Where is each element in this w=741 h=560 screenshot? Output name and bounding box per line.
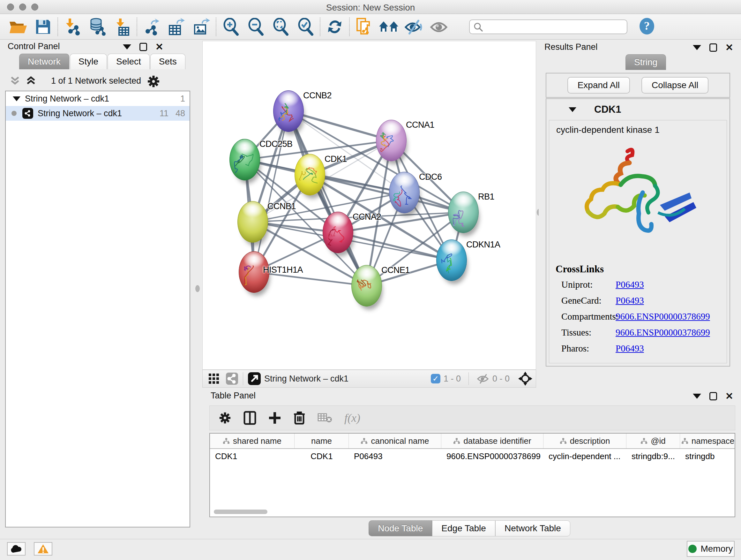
table-horizontal-scrollbar[interactable] xyxy=(212,509,733,515)
table-settings-gear-icon[interactable] xyxy=(219,412,231,424)
birdseye-icon[interactable] xyxy=(518,371,533,386)
crosslink-link[interactable]: P06493 xyxy=(616,279,644,290)
apply-layout-button[interactable] xyxy=(322,16,347,38)
table-cell[interactable]: P06493 xyxy=(349,449,441,463)
first-neighbors-button[interactable] xyxy=(377,16,401,38)
panel-menu-icon[interactable] xyxy=(693,394,701,399)
open-session-button[interactable] xyxy=(6,16,30,38)
export-table-button[interactable] xyxy=(164,16,189,38)
search-input[interactable] xyxy=(469,19,627,34)
grid-view-icon[interactable] xyxy=(208,373,220,385)
help-button[interactable]: ? xyxy=(638,17,656,36)
column-header-description[interactable]: description xyxy=(543,434,626,448)
memory-button[interactable]: Memory xyxy=(687,541,735,557)
node-RB1[interactable] xyxy=(448,192,479,233)
node-CCNB2[interactable] xyxy=(273,90,304,132)
table-cell[interactable]: CDK1 xyxy=(294,449,349,463)
crosslink-link[interactable]: 9606.ENSP00000378699 xyxy=(616,327,710,338)
crosslink-row: GeneCard:P06493 xyxy=(556,295,722,306)
node-CCNA1[interactable] xyxy=(376,120,407,161)
table-toolbar: f(x) xyxy=(209,406,735,430)
zoom-out-button[interactable] xyxy=(243,16,268,38)
node-CDKN1A[interactable] xyxy=(436,240,467,281)
column-type-icon xyxy=(681,438,688,444)
column-header--id[interactable]: @id xyxy=(626,434,680,448)
table-cell[interactable]: CDK1 xyxy=(210,449,294,463)
network-collection-row[interactable]: String Network – cdk1 1 xyxy=(6,91,190,106)
table-cell[interactable]: 9606.ENSP00000378699 xyxy=(441,449,543,463)
network-view-icon[interactable] xyxy=(226,372,239,385)
tab-select[interactable]: Select xyxy=(108,54,150,69)
tab-style[interactable]: Style xyxy=(70,54,107,69)
create-column-plus-icon[interactable] xyxy=(268,412,281,424)
delete-column-trash-icon[interactable] xyxy=(293,411,306,425)
node-CDC6[interactable] xyxy=(389,172,420,213)
export-network-button[interactable] xyxy=(139,16,164,38)
table-cell[interactable]: stringdb xyxy=(680,449,735,463)
edge-CCNB2-CCNA1[interactable] xyxy=(288,111,391,140)
node-CCNE1[interactable] xyxy=(351,265,382,307)
zoom-in-button[interactable] xyxy=(218,16,243,38)
tab-network-table[interactable]: Network Table xyxy=(495,520,570,537)
expand-all-button[interactable]: Expand All xyxy=(567,77,630,94)
node-CCNA2[interactable] xyxy=(323,212,353,253)
panel-menu-icon[interactable] xyxy=(123,44,131,50)
tab-node-table[interactable]: Node Table xyxy=(368,520,432,537)
column-header-shared-name[interactable]: shared name xyxy=(210,434,294,448)
table-cell[interactable]: stringdb:9... xyxy=(626,449,680,463)
export-image-icon xyxy=(192,18,211,36)
crosslink-label: Compartments: xyxy=(556,311,616,322)
network-canvas[interactable]: CCNB2CCNA1CDC25BCDK1CDC6RB1CCNB1CCNA2CDK… xyxy=(202,41,536,370)
splitter-handle[interactable] xyxy=(195,285,200,292)
function-builder-icon[interactable]: f(x) xyxy=(344,411,360,425)
panel-float-icon[interactable] xyxy=(139,43,147,51)
node-CDK1[interactable] xyxy=(294,154,325,195)
cloud-status-button[interactable] xyxy=(7,542,25,556)
zoom-selected-button[interactable] xyxy=(293,16,318,38)
crosslink-link[interactable]: 9606.ENSP00000378699 xyxy=(616,311,710,322)
panel-float-icon[interactable] xyxy=(710,392,717,400)
delete-table-icon[interactable] xyxy=(318,413,332,423)
warnings-button[interactable] xyxy=(34,542,52,556)
network-row[interactable]: String Network – cdk1 11 48 xyxy=(6,106,190,121)
detach-view-icon[interactable] xyxy=(248,372,261,385)
panel-close-icon[interactable]: ✕ xyxy=(725,44,733,52)
hide-selected-button[interactable] xyxy=(401,16,426,38)
panel-close-icon[interactable]: ✕ xyxy=(155,43,163,51)
column-header-name[interactable]: name xyxy=(294,434,349,448)
crosslink-link[interactable]: P06493 xyxy=(616,343,644,354)
panel-close-icon[interactable]: ✕ xyxy=(725,392,733,400)
table-panel-title: Table Panel xyxy=(211,391,256,401)
collapse-all-button[interactable]: Collapse All xyxy=(642,77,709,94)
gear-icon[interactable] xyxy=(147,75,160,88)
column-header-database-identifier[interactable]: database identifier xyxy=(441,434,543,448)
tab-edge-table[interactable]: Edge Table xyxy=(432,520,495,537)
save-session-button[interactable] xyxy=(30,16,56,38)
export-image-button[interactable] xyxy=(189,16,214,38)
scrollbar-thumb[interactable] xyxy=(214,509,267,514)
selected-checkbox-icon[interactable]: ✓ xyxy=(431,374,441,383)
panel-menu-icon[interactable] xyxy=(693,45,701,50)
show-all-button[interactable] xyxy=(426,16,451,38)
tab-network[interactable]: Network xyxy=(19,54,69,69)
node-CDC25B[interactable] xyxy=(229,139,260,180)
crosslink-link[interactable]: P06493 xyxy=(616,295,644,306)
table-cell[interactable]: cyclin-dependent ... xyxy=(543,449,626,463)
panel-float-icon[interactable] xyxy=(710,44,717,52)
table-row[interactable]: CDK1CDK1P064939606.ENSP00000378699cyclin… xyxy=(210,449,735,463)
section-collapse-icon[interactable] xyxy=(569,107,576,112)
import-network-file-button[interactable] xyxy=(60,16,85,38)
clone-network-button[interactable] xyxy=(352,16,377,38)
collapse-triangle-icon[interactable] xyxy=(13,97,20,101)
node-CCNB1[interactable] xyxy=(238,201,268,243)
import-network-database-button[interactable] xyxy=(85,16,110,38)
edge-CCNB2-CCNE1[interactable] xyxy=(288,111,367,286)
tab-sets[interactable]: Sets xyxy=(150,54,185,69)
zoom-fit-button[interactable] xyxy=(268,16,293,38)
edge-CCNB2-HIST1H1A[interactable] xyxy=(254,111,288,272)
tab-string[interactable]: String xyxy=(625,54,666,70)
column-header-namespace[interactable]: namespace xyxy=(680,434,735,448)
import-table-file-button[interactable] xyxy=(110,16,135,38)
show-columns-icon[interactable] xyxy=(244,411,256,425)
column-header-canonical-name[interactable]: canonical name xyxy=(349,434,441,448)
